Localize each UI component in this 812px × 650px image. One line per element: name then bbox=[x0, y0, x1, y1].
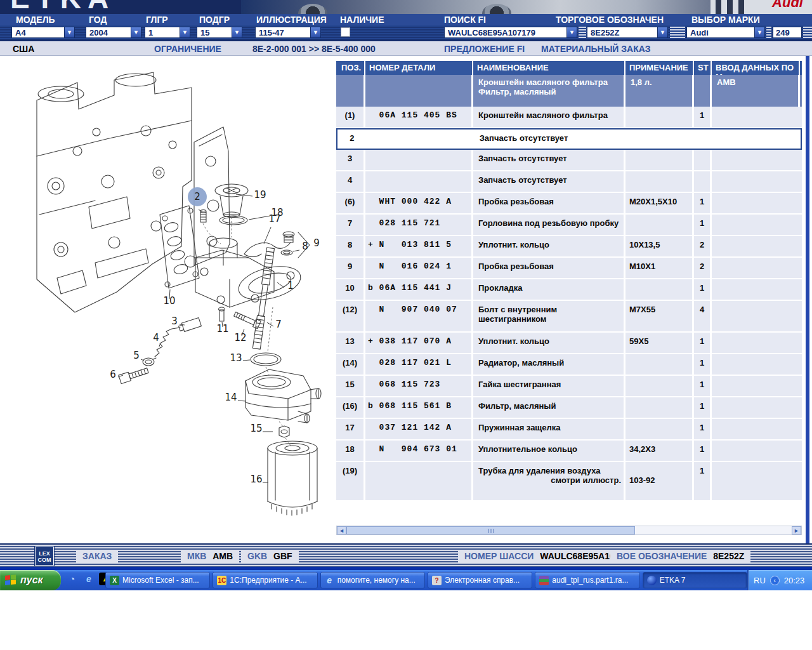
table-row[interactable]: 15 068 115 723Гайка шестигранная 1 bbox=[336, 376, 802, 397]
taskbar-button[interactable]: ?Электронная справ... bbox=[428, 572, 532, 588]
code-field[interactable]: 249 bbox=[773, 27, 802, 38]
chevron-down-icon[interactable]: ▼ bbox=[310, 27, 320, 37]
chevron-down-icon[interactable]: ▼ bbox=[566, 27, 577, 37]
cell-model-code bbox=[712, 215, 800, 235]
table-row[interactable]: 10b 06A 115 441 JПрокладка 1 bbox=[336, 279, 802, 301]
diagram-callout-4[interactable]: 4 bbox=[153, 332, 159, 343]
table-row[interactable]: (19)Трубка для удаления воздухасмотри ил… bbox=[336, 462, 802, 501]
table-row[interactable]: (1) 06A 115 405 BSКронштейн масляного фи… bbox=[336, 107, 802, 128]
cell-part-number: 028 117 021 L bbox=[365, 354, 473, 375]
language-indicator[interactable]: RU bbox=[754, 576, 766, 585]
start-button[interactable]: пуск bbox=[0, 570, 61, 590]
diagram-callout-1[interactable]: 1 bbox=[287, 280, 294, 291]
diagram-callout-6[interactable]: 6 bbox=[110, 369, 116, 380]
diagram-callout-15[interactable]: 15 bbox=[250, 423, 262, 434]
fi-offer-link[interactable]: ПРЕДЛОЖЕНИЕ FI bbox=[444, 44, 525, 54]
taskbar-button[interactable]: XMicrosoft Excel - зап... bbox=[105, 572, 210, 588]
table-row-selected[interactable]: 2Запчасть отсутствует bbox=[336, 128, 802, 150]
diagram-callout-10[interactable]: 10 bbox=[163, 295, 175, 307]
illustration-dropdown[interactable]: 115-47 ▼ bbox=[255, 27, 321, 38]
chevron-down-icon[interactable]: ▼ bbox=[657, 27, 667, 37]
scroll-left-button[interactable]: ◄ bbox=[337, 526, 346, 534]
diagram-callout-7[interactable]: 7 bbox=[275, 319, 282, 330]
cell-position: 7 bbox=[336, 215, 365, 235]
desktop-icon[interactable]: ◔ bbox=[66, 573, 79, 585]
chevron-down-icon[interactable]: ▼ bbox=[131, 27, 141, 37]
info-statusbar: LEX COM ЗАКАЗ МКВ AMB GKB GBF НОМЕР ШАСС… bbox=[0, 543, 812, 567]
table-horizontal-scrollbar[interactable]: ◄ ► bbox=[336, 526, 802, 535]
diagram-callout-13[interactable]: 13 bbox=[230, 352, 242, 364]
diagram-callout-3[interactable]: 3 bbox=[171, 315, 178, 327]
availability-checkbox[interactable] bbox=[341, 27, 350, 37]
diagram-callout-12[interactable]: 12 bbox=[234, 332, 246, 343]
diagram-callout-16[interactable]: 16 bbox=[250, 474, 262, 485]
diagram-callout-17[interactable]: 17 bbox=[268, 213, 280, 225]
table-row[interactable]: 7 028 115 721Горловина под резьбовую про… bbox=[336, 215, 802, 236]
cell-part-name: Горловина под резьбовую пробку bbox=[473, 215, 625, 235]
ie-icon[interactable]: e bbox=[82, 573, 95, 585]
table-row[interactable]: 8+ N 013 811 5Уплотнит. кольцо10X13,52 bbox=[336, 236, 802, 258]
diagram-callout-19[interactable]: 19 bbox=[254, 189, 266, 201]
fi-search-dropdown[interactable]: WAULC68E95A107179 ▼ bbox=[444, 27, 577, 38]
taskbar-button[interactable]: 1C1С:Предприятие - А... bbox=[213, 572, 317, 588]
diagram-callout-5[interactable]: 5 bbox=[133, 350, 140, 361]
scrollbar-track[interactable] bbox=[346, 526, 792, 534]
diagram-callout-11[interactable]: 11 bbox=[216, 323, 228, 335]
diagram-callout-14[interactable]: 14 bbox=[225, 392, 237, 403]
chevron-down-icon[interactable]: ▼ bbox=[754, 27, 764, 37]
model-dropdown[interactable]: A4 ▼ bbox=[11, 27, 75, 38]
diagram-callout-2[interactable]: 2 bbox=[194, 191, 200, 202]
diagram-callout-8[interactable]: 8 bbox=[302, 241, 308, 252]
cell-part-name: Болт с внутренним шестигранником bbox=[473, 301, 625, 331]
col-header-model[interactable]: ВВОД ДАННЫХ ПО М bbox=[712, 61, 800, 75]
windows-flag-icon bbox=[5, 574, 16, 586]
brand-dropdown[interactable]: Audi ▼ bbox=[686, 27, 765, 38]
cell-part-number: N 907 040 07 bbox=[365, 301, 473, 331]
cell-part-name: Пробка резьбовая bbox=[473, 258, 625, 278]
chevron-down-icon[interactable]: ▼ bbox=[180, 27, 190, 37]
table-row[interactable]: Кронштейн масляного фильтра Фильтр, масл… bbox=[336, 75, 802, 107]
scroll-right-button[interactable]: ► bbox=[792, 526, 801, 534]
col-header-name[interactable]: НАИМЕНОВАНИЕ bbox=[473, 61, 625, 75]
diagram-callout-9[interactable]: 9 bbox=[313, 237, 320, 249]
restriction-link[interactable]: ОГРАНИЧЕНИЕ bbox=[154, 44, 221, 54]
taskbar-button[interactable]: eпомогите, немогу на... bbox=[320, 572, 425, 588]
table-row[interactable]: 9 N 016 024 1Пробка резьбоваяM10X12 bbox=[336, 258, 802, 279]
table-row[interactable]: 18 N 904 673 01Уплотнительное кольцо34,2… bbox=[336, 441, 802, 462]
main-area: 19181729811031112456713141516 ПОЗ. НОМЕР… bbox=[0, 56, 812, 543]
chevron-down-icon[interactable]: ▼ bbox=[232, 27, 242, 37]
table-row[interactable]: (6) WHT 000 422 AПробка резьбоваяM20X1,5… bbox=[336, 193, 802, 215]
cell-part-number: WHT 000 422 A bbox=[365, 193, 473, 213]
col-header-pos[interactable]: ПОЗ. bbox=[336, 61, 365, 75]
table-row[interactable]: (12) N 907 040 07Болт с внутренним шести… bbox=[336, 301, 802, 333]
taskbar-button[interactable]: audi_tpi_rus.part1.ra... bbox=[535, 572, 639, 588]
table-row[interactable]: 3Запчасть отсутствует bbox=[336, 150, 802, 171]
col-header-part[interactable]: НОМЕР ДЕТАЛИ bbox=[365, 61, 473, 75]
brand-select-label: ВЫБОР МАРКИ bbox=[691, 15, 760, 25]
table-row[interactable]: (16)b 068 115 561 BФильтр, масляный 1 bbox=[336, 397, 802, 419]
cell-position: 15 bbox=[336, 376, 365, 396]
subgroup-dropdown[interactable]: 15 ▼ bbox=[197, 27, 242, 38]
cell-remark bbox=[625, 107, 694, 127]
taskbar-button[interactable]: ETKA 7 bbox=[643, 572, 747, 588]
table-row[interactable]: (14) 028 117 021 LРадиатор, масляный 1 bbox=[336, 354, 802, 376]
table-row[interactable]: 4Запчасть отсутствует bbox=[336, 171, 802, 193]
cell-remark bbox=[625, 397, 694, 418]
year-dropdown[interactable]: 2004 ▼ bbox=[86, 27, 141, 38]
trade-designation-dropdown[interactable]: 8E252Z ▼ bbox=[587, 27, 668, 38]
material-order-link[interactable]: МАТЕРИАЛЬНЫЙ ЗАКАЗ bbox=[541, 44, 651, 54]
trade-designation-label: ТОРГОВОЕ ОБОЗНАЧЕН bbox=[556, 15, 664, 25]
table-row[interactable]: 13+ 038 117 070 AУплотнит. кольцо59X51 bbox=[336, 333, 802, 354]
etka-logo: ETKA bbox=[10, 0, 115, 14]
order-chip[interactable]: ЗАКАЗ bbox=[76, 550, 118, 563]
help-icon: ? bbox=[432, 576, 442, 585]
chevron-down-icon[interactable]: ▼ bbox=[64, 27, 74, 37]
cell-part-name: Трубка для удаления воздухасмотри иллюст… bbox=[473, 462, 625, 500]
maingroup-dropdown[interactable]: 1 ▼ bbox=[145, 27, 190, 38]
col-header-qty[interactable]: ST bbox=[694, 61, 712, 75]
clock[interactable]: 20:23 bbox=[784, 576, 805, 585]
hide-icons-button[interactable]: ‹ bbox=[770, 576, 780, 585]
table-row[interactable]: 17 037 121 142 AПружинная защелка 1 bbox=[336, 419, 802, 441]
col-header-note[interactable]: ПРИМЕЧАНИЕ bbox=[625, 61, 694, 75]
scrollbar-thumb[interactable] bbox=[346, 526, 635, 534]
